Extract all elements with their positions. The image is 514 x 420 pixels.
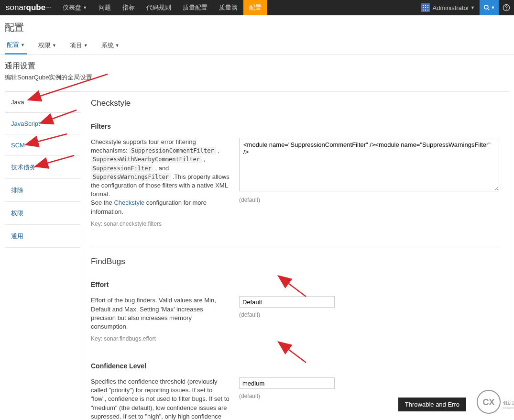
section-title: 通用设置 bbox=[5, 61, 509, 71]
caret-down-icon: ▼ bbox=[115, 43, 120, 48]
sidetab-tech-debt[interactable]: 技术债务 bbox=[5, 156, 81, 179]
sidetab-java[interactable]: Java bbox=[5, 91, 81, 113]
content-area: 通用设置 编辑SonarQube实例的全局设置。 Java JavaScript… bbox=[0, 55, 514, 420]
filters-subsection: Filters Checkstyle supports four error f… bbox=[91, 122, 499, 228]
svg-rect-1 bbox=[423, 5, 424, 6]
svg-point-13 bbox=[506, 9, 507, 10]
svg-text:CDXWCX.COM: CDXWCX.COM bbox=[503, 407, 514, 409]
watermark: CX 创新互联 CDXWCX.COM bbox=[476, 389, 514, 415]
avatar-icon bbox=[421, 3, 430, 12]
nav-rules[interactable]: 代码规则 bbox=[141, 0, 177, 15]
svg-rect-6 bbox=[427, 7, 428, 8]
caret-down-icon: ▼ bbox=[84, 43, 88, 48]
logo-text-2: qube bbox=[26, 3, 46, 12]
sidetab-permissions[interactable]: 权限 bbox=[5, 202, 81, 225]
nav-settings[interactable]: 配置 bbox=[243, 0, 267, 15]
logo-waves-icon: 〰 bbox=[46, 5, 51, 11]
filters-default: (default) bbox=[239, 197, 499, 203]
sidetab-scm[interactable]: SCM bbox=[5, 134, 81, 156]
admin-menu[interactable]: Administrator ▼ bbox=[416, 0, 480, 15]
confidence-desc: Specifies the confidence threshold (prev… bbox=[91, 377, 239, 420]
effort-input[interactable] bbox=[239, 296, 335, 308]
search-button[interactable]: ▼ bbox=[480, 0, 499, 15]
top-nav: sonarqube〰 仪表盘▼ 问题 指标 代码规则 质量配置 质量阈 配置 A… bbox=[0, 0, 514, 15]
effort-key: Key: sonar.findbugs.effort bbox=[91, 335, 230, 343]
effort-title: Effort bbox=[91, 281, 499, 288]
sidetab-general[interactable]: 通用 bbox=[5, 225, 81, 248]
filters-title: Filters bbox=[91, 122, 499, 130]
svg-rect-2 bbox=[425, 5, 426, 6]
subnav-settings[interactable]: 配置▼ bbox=[5, 38, 27, 55]
filters-control: (default) bbox=[239, 138, 499, 228]
effort-control: (default) bbox=[239, 296, 499, 343]
settings-layout: Java JavaScript SCM 技术债务 排除 权限 通用 Checks… bbox=[5, 91, 509, 420]
confidence-title: Confidence Level bbox=[91, 362, 499, 370]
effort-row: Effort of the bug finders. Valid values … bbox=[91, 296, 499, 343]
nav-dashboard[interactable]: 仪表盘▼ bbox=[57, 0, 93, 15]
logo-text-1: sonar bbox=[6, 3, 26, 12]
svg-rect-4 bbox=[423, 7, 424, 8]
nav-issues[interactable]: 问题 bbox=[93, 0, 117, 15]
svg-rect-8 bbox=[425, 10, 426, 11]
admin-label: Administrator bbox=[433, 4, 470, 11]
filters-desc: Checkstyle supports four error filtering… bbox=[91, 138, 239, 228]
footer-notice[interactable]: Throwable and Erro bbox=[398, 398, 466, 411]
caret-down-icon: ▼ bbox=[52, 43, 56, 48]
svg-rect-9 bbox=[427, 10, 428, 11]
page-title: 配置 bbox=[5, 21, 509, 34]
subnav-projects[interactable]: 项目▼ bbox=[68, 38, 90, 54]
svg-line-11 bbox=[487, 9, 489, 11]
help-button[interactable] bbox=[499, 0, 514, 15]
caret-down-icon: ▼ bbox=[470, 5, 475, 10]
sub-nav: 配置▼ 权限▼ 项目▼ 系统▼ bbox=[0, 34, 514, 55]
section-desc: 编辑SonarQube实例的全局设置。 bbox=[5, 73, 509, 82]
caret-down-icon: ▼ bbox=[83, 5, 87, 10]
effort-subsection: Effort Effort of the bug finders. Valid … bbox=[91, 281, 499, 343]
caret-down-icon: ▼ bbox=[491, 5, 495, 10]
page-header: 配置 bbox=[0, 15, 514, 34]
filters-textarea[interactable] bbox=[239, 138, 499, 191]
filters-row: Checkstyle supports four error filtering… bbox=[91, 138, 499, 228]
svg-text:CX: CX bbox=[482, 398, 494, 407]
caret-down-icon: ▼ bbox=[21, 43, 25, 47]
checkstyle-doc-link[interactable]: Checkstyle bbox=[114, 199, 144, 206]
findbugs-title: FindBugs bbox=[91, 257, 499, 266]
svg-rect-5 bbox=[425, 7, 426, 8]
divider bbox=[91, 247, 499, 247]
svg-rect-7 bbox=[423, 10, 424, 11]
nav-items: 仪表盘▼ 问题 指标 代码规则 质量配置 质量阈 配置 bbox=[57, 0, 267, 15]
sidetab-exclude[interactable]: 排除 bbox=[5, 179, 81, 202]
nav-right: Administrator ▼ ▼ bbox=[416, 0, 514, 15]
svg-point-10 bbox=[484, 5, 488, 9]
confidence-input[interactable] bbox=[239, 377, 335, 389]
nav-quality-profiles[interactable]: 质量配置 bbox=[177, 0, 213, 15]
svg-rect-3 bbox=[427, 5, 428, 6]
nav-measures[interactable]: 指标 bbox=[117, 0, 141, 15]
sidetab-javascript[interactable]: JavaScript bbox=[5, 113, 81, 134]
side-tabs: Java JavaScript SCM 技术债务 排除 权限 通用 bbox=[5, 91, 81, 420]
effort-desc: Effort of the bug finders. Valid values … bbox=[91, 296, 239, 343]
nav-quality-gates[interactable]: 质量阈 bbox=[213, 0, 243, 15]
subnav-system[interactable]: 系统▼ bbox=[99, 38, 121, 54]
effort-default: (default) bbox=[239, 311, 499, 318]
subnav-permissions[interactable]: 权限▼ bbox=[36, 38, 58, 54]
main-panel: Checkstyle Filters Checkstyle supports f… bbox=[81, 91, 509, 420]
filters-key: Key: sonar.checkstyle.filters bbox=[91, 220, 230, 228]
svg-text:创新互联: 创新互联 bbox=[503, 400, 514, 405]
checkstyle-title: Checkstyle bbox=[91, 99, 499, 108]
logo[interactable]: sonarqube〰 bbox=[0, 3, 57, 12]
